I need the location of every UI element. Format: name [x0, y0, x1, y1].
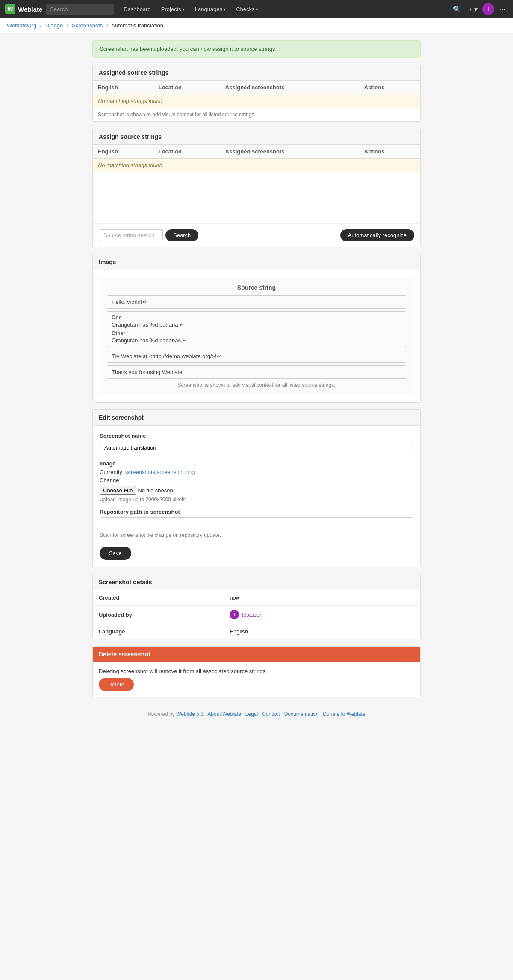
image-preview-area: Source string Hello, world!↵ One Orangut… [93, 270, 420, 402]
assigned-info-row: Screenshot is shown to add visual contex… [93, 108, 420, 121]
screenshot-name-label: Screenshot name [100, 433, 413, 439]
screenshot-name-group: Screenshot name [100, 433, 413, 454]
user-link[interactable]: T testuser [230, 610, 261, 619]
screenshot-name-input[interactable] [100, 441, 413, 454]
nav-languages[interactable]: Languages ▾ [191, 3, 230, 15]
breadcrumb: WeblateOrg / Django / Screenshots / Auto… [0, 18, 513, 33]
col-actions-1: Actions [359, 81, 420, 94]
footer-docs-link[interactable]: Documentation [284, 711, 319, 717]
col-location-1: Location [153, 81, 220, 94]
footer-legal-link[interactable]: Legal [245, 711, 258, 717]
col-assigned-2: Assigned screenshots [220, 145, 359, 159]
plural-one-label: One [112, 315, 401, 321]
edit-screenshot-header: Edit screenshot [93, 410, 420, 426]
string-box-hello: Hello, world!↵ [107, 295, 406, 309]
auto-recognize-button[interactable]: Automatically recognize [340, 229, 414, 241]
repo-path-label: Repository path to screenshot [100, 509, 413, 515]
plural-other-label: Other [112, 330, 401, 336]
projects-caret-icon: ▾ [183, 7, 185, 12]
col-actions-2: Actions [359, 145, 420, 159]
assigned-strings-body: English Location Assigned screenshots Ac… [93, 81, 420, 121]
assign-empty-spacer [93, 172, 420, 224]
breadcrumb-sep-1: / [40, 22, 42, 29]
repo-path-group: Repository path to screenshot Scan for s… [100, 509, 413, 538]
add-button[interactable]: + ▾ [466, 3, 480, 15]
footer-contact-link[interactable]: Contact [262, 711, 280, 717]
weblate-version-link[interactable]: Weblate 5.3 [176, 711, 203, 717]
image-currently-row: Currently: screenshots/screenshot.png [100, 469, 413, 475]
main-content: Screenshot has been uploaded, you can no… [86, 33, 428, 731]
search-button[interactable]: Search [165, 229, 198, 241]
brand-link[interactable]: W Weblate [5, 4, 42, 14]
breadcrumb-item-org[interactable]: WeblateOrg [7, 22, 36, 29]
col-assigned-1: Assigned screenshots [220, 81, 359, 94]
nav-links: Dashboard Projects ▾ Languages ▾ Checks … [119, 3, 262, 15]
more-options-icon[interactable]: ⋯ [497, 3, 508, 15]
col-english-2: English [93, 145, 153, 159]
nav-dashboard[interactable]: Dashboard [119, 3, 155, 15]
footer: Powered by Weblate 5.3 About Weblate Leg… [92, 704, 421, 724]
nav-checks[interactable]: Checks ▾ [232, 3, 262, 15]
source-string-search-input[interactable] [99, 229, 163, 241]
string-box-plural: One Orangutan has %d banana.↵ Other Oran… [107, 311, 406, 347]
details-value-uploaded: T testuser [224, 606, 420, 624]
assign-strings-body: English Location Assigned screenshots Ac… [93, 145, 420, 247]
delete-header: Delete screenshot [93, 647, 420, 662]
col-location-2: Location [153, 145, 220, 159]
repo-path-input[interactable] [100, 517, 413, 530]
save-button[interactable]: Save [100, 547, 131, 560]
upload-hint: Upload image up to 2000x2000 pixels. [100, 497, 413, 503]
assigned-info-text: Screenshot is shown to add visual contex… [93, 108, 420, 121]
success-alert: Screenshot has been uploaded, you can no… [92, 40, 421, 58]
image-upload-label: Image [100, 460, 413, 467]
assigned-strings-table: English Location Assigned screenshots Ac… [93, 81, 420, 121]
details-label-uploaded: Uploaded by [93, 606, 224, 624]
assign-strings-table: English Location Assigned screenshots Ac… [93, 145, 420, 224]
search-left: Search [99, 229, 198, 241]
breadcrumb-item-django[interactable]: Django [45, 22, 63, 29]
col-english-1: English [93, 81, 153, 94]
assigned-strings-card: Assigned source strings English Location… [92, 65, 421, 122]
string-box-thankyou: Thank you for using Weblate. [107, 365, 406, 379]
user-avatar[interactable]: T [482, 3, 494, 15]
assigned-strings-header: Assigned source strings [93, 65, 420, 81]
assign-no-match-text: No matching strings found. [93, 159, 420, 172]
assigned-no-match-text: No matching strings found. [93, 94, 420, 108]
details-header: Screenshot details [93, 574, 420, 590]
nav-search-input[interactable] [46, 4, 114, 15]
details-row-language: Language English [93, 624, 420, 639]
nav-projects[interactable]: Projects ▾ [157, 3, 189, 15]
details-label-created: Created [93, 590, 224, 606]
image-upload-group: Image Currently: screenshots/screenshot.… [100, 460, 413, 503]
file-input-row [100, 486, 413, 495]
assign-strings-header: Assign source strings [93, 129, 420, 145]
delete-button[interactable]: Delete [99, 678, 134, 691]
edit-form-body: Screenshot name Image Currently: screens… [93, 426, 420, 567]
image-card: Image Source string Hello, world!↵ One O… [92, 254, 421, 403]
string-search-area: Search Automatically recognize [93, 224, 420, 247]
breadcrumb-item-current: Automatic translation [112, 22, 163, 29]
file-input[interactable] [100, 486, 205, 495]
footer-donate-link[interactable]: Donate to Weblate [323, 711, 365, 717]
assign-strings-card: Assign source strings English Location A… [92, 129, 421, 247]
details-card: Screenshot details Created now Uploaded … [92, 574, 421, 639]
delete-body: Deleting screenshot will remove it from … [93, 662, 420, 697]
powered-by-text: Powered by [147, 711, 174, 717]
languages-caret-icon: ▾ [224, 7, 226, 12]
search-icon-button[interactable]: 🔍 [451, 3, 463, 15]
brand-name: Weblate [18, 6, 42, 13]
checks-caret-icon: ▾ [256, 7, 258, 12]
footer-about-link[interactable]: About Weblate [207, 711, 241, 717]
plural-one-text: Orangutan has %d banana.↵ [112, 321, 401, 328]
plural-other-text: Orangutan has %d bananas.↵ [112, 337, 401, 344]
details-row-created: Created now [93, 590, 420, 606]
image-link[interactable]: screenshots/screenshot.png [125, 469, 195, 475]
details-table: Created now Uploaded by T testuser [93, 590, 420, 639]
image-caption: Screenshot is shown to add visual contex… [107, 382, 406, 388]
image-card-header: Image [93, 254, 420, 270]
string-box-try: Try Weblate at <http://demo.weblate.org/… [107, 350, 406, 363]
breadcrumb-item-screenshots[interactable]: Screenshots [72, 22, 103, 29]
breadcrumb-sep-2: / [67, 22, 68, 29]
source-string-label: Source string [107, 284, 406, 291]
navbar: W Weblate Dashboard Projects ▾ Languages… [0, 0, 513, 18]
